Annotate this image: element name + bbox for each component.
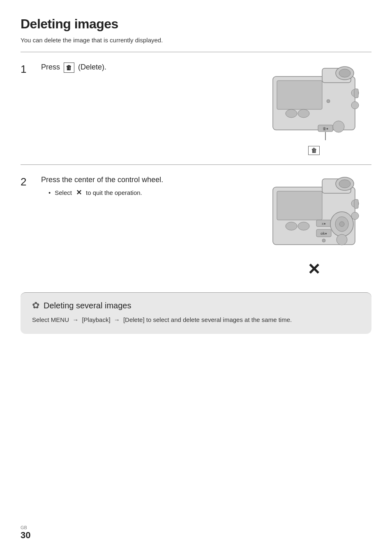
svg-point-9 — [327, 99, 330, 103]
svg-point-8 — [298, 109, 309, 118]
tip-title: Deleting several images — [44, 301, 131, 310]
svg-point-28 — [322, 239, 325, 242]
step-2-content: Press the center of the control wheel. •… — [41, 175, 248, 197]
svg-point-23 — [298, 222, 309, 230]
tip-text-part2: to select and delete several images at t… — [146, 316, 292, 323]
step-2-bullet: • Select ✕ to quit the operation. — [48, 188, 248, 197]
step-1-content: Press 🗑 (Delete). — [41, 62, 248, 76]
select-label: Select — [55, 189, 72, 196]
svg-point-22 — [286, 222, 297, 230]
svg-point-4 — [339, 69, 350, 77]
tip-bracket1: [Playback] — [82, 316, 110, 323]
step-1-section: 1 Press 🗑 (Delete). — [21, 52, 371, 164]
tip-text: Select MENU → [Playback] → [Delete] to s… — [32, 315, 360, 325]
camera-diagram-2: x● ok● — [265, 175, 363, 257]
svg-point-6 — [351, 102, 359, 109]
camera-diagram-1: 🗑● — [265, 62, 363, 144]
step-2-title: Press the center of the control wheel. — [41, 175, 248, 185]
svg-point-31 — [339, 222, 344, 227]
step-1-image: 🗑● 🗑 — [256, 62, 371, 155]
page-title: Deleting images — [21, 16, 371, 32]
step-1-title: Press 🗑 (Delete). — [41, 62, 248, 73]
svg-text:🗑●: 🗑● — [323, 127, 328, 131]
tip-text-part1: Select MENU — [32, 316, 69, 323]
footer-lang: GB — [21, 525, 30, 530]
step-1-text: Press — [41, 63, 60, 71]
x-symbol: ✕ — [307, 260, 321, 278]
svg-text:x●: x● — [322, 222, 326, 226]
svg-point-12 — [333, 121, 344, 132]
footer: GB 30 — [21, 525, 30, 541]
step-2-image: x● ok● ✕ — [256, 175, 371, 278]
svg-rect-13 — [354, 89, 358, 98]
arrow-2: → — [114, 315, 120, 325]
x-icon-inline: ✕ — [76, 188, 82, 197]
svg-point-19 — [339, 180, 350, 188]
delete-icon-label: 🗑 — [308, 145, 320, 155]
footer-page: 30 — [21, 530, 30, 541]
svg-rect-2 — [277, 81, 322, 109]
tip-box: ✿ Deleting several images Select MENU → … — [21, 292, 371, 334]
step-1-number: 1 — [21, 63, 33, 76]
bullet-suffix: to quit the operation. — [86, 189, 142, 196]
step-1-icon-text: (Delete). — [78, 63, 106, 71]
step-2-section: 2 Press the center of the control wheel.… — [21, 164, 371, 288]
svg-rect-33 — [354, 199, 358, 208]
svg-text:ok●: ok● — [321, 231, 327, 236]
tip-header: ✿ Deleting several images — [32, 300, 360, 311]
svg-rect-17 — [277, 191, 322, 220]
step-2-number: 2 — [21, 176, 33, 188]
page-subtitle: You can delete the image that is current… — [21, 37, 371, 44]
tip-icon: ✿ — [32, 300, 39, 311]
tip-bracket2: [Delete] — [123, 316, 145, 323]
delete-symbol-1: 🗑 — [64, 62, 74, 73]
svg-point-32 — [337, 234, 347, 245]
arrow-1: → — [72, 315, 78, 325]
svg-point-7 — [286, 109, 297, 118]
